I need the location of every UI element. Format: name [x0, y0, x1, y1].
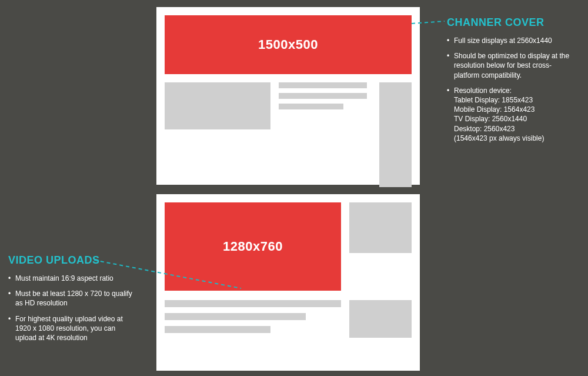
video-thumb-placeholder	[165, 82, 270, 129]
annotation-item: Full size displays at 2560x1440	[447, 36, 576, 45]
channel-cover-dimensions: 1500x500	[258, 37, 318, 52]
annotation-item: Must maintain 16:9 aspect ratio	[8, 274, 138, 283]
channel-cover-banner: 1500x500	[165, 15, 412, 74]
channel-cover-mock: 1500x500	[156, 7, 420, 185]
text-line-placeholder	[165, 300, 341, 307]
annotation-title: CHANNER COVER	[447, 16, 576, 29]
text-line-placeholder	[279, 82, 367, 88]
side-placeholder	[349, 202, 412, 253]
text-line-placeholder	[165, 313, 306, 320]
text-line-placeholder	[279, 93, 367, 99]
video-upload-dimensions: 1280x760	[223, 239, 283, 254]
text-line-placeholder	[165, 326, 270, 333]
side-placeholder	[349, 300, 412, 338]
video-upload-mock: 1280x760	[156, 194, 420, 371]
video-uploads-annotation: VIDEO UPLOADS Must maintain 16:9 aspect …	[8, 254, 138, 348]
channel-cover-annotation: CHANNER COVER Full size displays at 2560…	[447, 16, 576, 149]
annotation-item: Resolution device: Tablet Display: 1855x…	[447, 86, 576, 143]
annotation-item: For highest quality upload video at 1920…	[8, 314, 138, 343]
annotation-item: Should be optimized to display at the re…	[447, 51, 576, 80]
video-upload-banner: 1280x760	[165, 202, 341, 291]
annotation-list: Must maintain 16:9 aspect ratio Must be …	[8, 274, 138, 342]
text-line-placeholder	[279, 104, 343, 109]
content-row	[165, 82, 412, 187]
diagram-canvas: 1500x500 1280x760	[0, 0, 588, 376]
annotation-item: Must be at least 1280 x 720 to qualify a…	[8, 289, 138, 308]
annotation-title: VIDEO UPLOADS	[8, 254, 138, 267]
text-lines	[165, 300, 341, 338]
text-lines	[279, 82, 367, 187]
sidebar-placeholder	[379, 82, 412, 187]
video-row: 1280x760	[165, 202, 412, 291]
annotation-list: Full size displays at 2560x1440 Should b…	[447, 36, 576, 143]
lines-row	[165, 300, 412, 338]
